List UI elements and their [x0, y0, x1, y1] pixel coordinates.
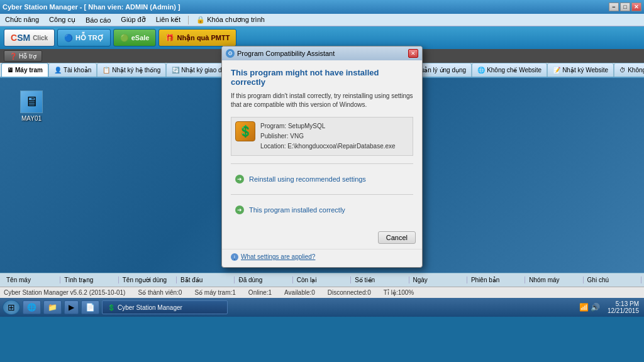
info-icon: i — [231, 253, 238, 261]
tab-khongchethoigian-icon: ⏱ — [619, 67, 626, 74]
hotro-label: HỖ TRỢ — [75, 34, 104, 42]
tab-nhatkyweb-icon: 📝 — [553, 67, 560, 74]
taskbar-app-label: Cyber Station Manager — [118, 304, 182, 311]
menu-chucnang[interactable]: Chức năng — [3, 14, 42, 25]
tab-khongchewebsite-label: Không chế Website — [487, 67, 541, 74]
taskbar-tray: 📶 🔊 — [577, 303, 602, 312]
tab-nhatkyhethong-label: Nhật ký hệ thống — [112, 67, 160, 74]
title-bar-controls: − □ ✕ — [609, 3, 641, 11]
csm-click-label: Click — [33, 35, 48, 41]
hotro-icon: 🔵 — [64, 34, 73, 42]
status-col-tennguoidung: Tên người dùng — [119, 277, 177, 283]
disconnected-status: Disconnected:0 — [328, 289, 371, 296]
tab-nhatkyhethong[interactable]: 📋 Nhật ký hệ thống — [97, 63, 166, 77]
status-col-ghichu: Ghi chú — [584, 277, 641, 283]
dialog-divider-1 — [231, 163, 413, 164]
status-col-sotien: Số tiền — [351, 277, 409, 283]
dialog-link-area: i What settings are applied? — [222, 249, 422, 267]
taskbar-folder-button[interactable]: 📁 — [43, 300, 62, 314]
tray-volume-icon[interactable]: 🔊 — [591, 303, 600, 312]
dialog-title-text: Program Compatibility Assistant — [237, 50, 335, 57]
tab-nhatkyweb[interactable]: 📝 Nhật ký Website — [547, 63, 614, 77]
close-button[interactable]: ✕ — [631, 3, 641, 11]
dialog-header: This program might not have installed co… — [231, 68, 413, 87]
option2-label: This program installed correctly — [249, 206, 345, 214]
online-status: Online:1 — [248, 289, 272, 296]
support-button[interactable]: ❓ Hỗ trợ — [4, 50, 42, 62]
taskbar-notepad-button[interactable]: 📄 — [81, 300, 99, 314]
esale-label: eSale — [131, 34, 150, 41]
program-name: Program: SetupMySQL — [260, 121, 396, 131]
menu-lienkiet[interactable]: Liên kết — [153, 14, 183, 25]
tab-maytram[interactable]: 🖥 Máy tram — [1, 63, 48, 77]
dialog-title-left: ⚙ Program Compatibility Assistant — [226, 49, 335, 58]
title-bar: Cyber Station Manager - [ Nhan vien: ADM… — [0, 0, 644, 14]
program-icon: 💲 — [235, 121, 255, 141]
dialog-divider-2 — [231, 194, 413, 195]
option-arrow-1: ➜ — [235, 175, 244, 184]
csm-button[interactable]: CSM Click — [4, 29, 55, 47]
csm-logo: CSM — [11, 33, 30, 43]
option1-label: Reinstall using recommended settings — [249, 175, 366, 183]
dialog-title-icon: ⚙ — [226, 49, 235, 58]
tab-taikhoan[interactable]: 👤 Tài khoản — [48, 63, 97, 77]
tab-taikhoan-icon: 👤 — [54, 67, 62, 74]
tab-khongchewebsite[interactable]: 🌐 Không chế Website — [472, 63, 547, 77]
dialog-close-button[interactable]: ✕ — [408, 49, 418, 58]
tab-khongchewebsite-icon: 🌐 — [477, 67, 485, 74]
ti-le: Tỉ lệ:100% — [384, 289, 414, 296]
status-col-conlai: Còn lại — [293, 277, 351, 283]
nhanqua-button[interactable]: 🎁 Nhận quà PMTT — [158, 29, 236, 47]
menu-separator — [188, 16, 189, 25]
status-col-batdau: Bắt đầu — [177, 277, 235, 283]
dialog-description: If this program didn't install correctly… — [231, 92, 413, 109]
menu-khoachuongtrinh[interactable]: 🔒 Khóa chương trình — [194, 14, 267, 25]
status-col-ngay: Ngày — [409, 277, 467, 283]
link-text: What settings are applied? — [241, 253, 315, 260]
menu-giupdo[interactable]: Giúp đỡ — [118, 14, 148, 25]
dialog-overlay: ⚙ Program Compatibility Assistant ✕ This… — [0, 78, 644, 273]
hotro-button[interactable]: 🔵 HỖ TRỢ — [57, 29, 111, 47]
so-thanh-vien: Số thành viên:0 — [138, 289, 182, 296]
status-col-dadung: Đã dùng — [235, 277, 292, 283]
dialog-content: This program might not have installed co… — [222, 60, 422, 228]
bottom-status-bar: Cyber Station Manager v5.6.2 (2015-10-01… — [0, 287, 644, 298]
taskbar-media-button[interactable]: ▶ — [64, 300, 79, 314]
what-settings-link[interactable]: i What settings are applied? — [231, 253, 413, 261]
support-icon: ❓ — [9, 53, 17, 60]
tray-network-icon[interactable]: 📶 — [579, 303, 589, 312]
esale-button[interactable]: 🟢 eSale — [113, 29, 157, 47]
maximize-button[interactable]: □ — [620, 3, 630, 11]
tab-nhatkygiaodich-icon: 🔄 — [172, 67, 179, 74]
support-label: Hỗ trợ — [19, 53, 36, 60]
menu-baocao[interactable]: Báo cáo — [83, 15, 113, 25]
so-may-tram: Số máy tram:1 — [194, 289, 235, 296]
menu-congthu[interactable]: Công cụ — [47, 14, 78, 25]
dialog-option-correct[interactable]: ➜ This program installed correctly — [231, 200, 413, 220]
tab-maytram-icon: 🖥 — [7, 67, 13, 74]
dialog-footer: Cancel — [222, 228, 422, 249]
esale-icon: 🟢 — [120, 34, 129, 42]
version-label: Cyber Station Manager v5.6.2 (2015-10-01… — [4, 289, 125, 296]
cancel-button[interactable]: Cancel — [378, 231, 416, 244]
dialog-program-info: 💲 Program: SetupMySQL Publisher: VNG Loc… — [231, 117, 413, 156]
minimize-button[interactable]: − — [609, 3, 619, 11]
menu-bar: Chức năng Công cụ Báo cáo Giúp đỡ Liên k… — [0, 14, 644, 26]
start-button[interactable]: ⊞ — [3, 300, 20, 315]
dialog-option-reinstall[interactable]: ➜ Reinstall using recommended settings — [231, 169, 413, 189]
tab-nhatkyhethong-icon: 📋 — [103, 67, 110, 74]
program-details: Program: SetupMySQL Publisher: VNG Locat… — [260, 121, 396, 151]
compatibility-dialog: ⚙ Program Compatibility Assistant ✕ This… — [221, 46, 423, 268]
status-col-phienban: Phiên bản — [467, 277, 525, 283]
taskbar-ie-button[interactable]: 🌐 — [23, 300, 41, 314]
tab-khongchethoigian-label: Không chế thời gian — [628, 67, 644, 74]
dollar-icon: 💲 — [238, 124, 252, 138]
taskbar-clock[interactable]: 5:13 PM 12/21/2015 — [605, 300, 641, 314]
status-bar: Tên máy Tình trạng Tên người dùng Bắt đầ… — [0, 273, 644, 287]
dialog-title-bar: ⚙ Program Compatibility Assistant ✕ — [222, 47, 422, 60]
taskbar-app-csm[interactable]: 💲 Cyber Station Manager — [102, 300, 228, 314]
tab-maytram-label: Máy tram — [15, 67, 43, 74]
tab-khongchethoigian[interactable]: ⏱ Không chế thời gian — [614, 63, 644, 77]
location: Location: E:\khongduocxoa\RepairDatabase… — [260, 141, 396, 151]
title-bar-text: Cyber Station Manager - [ Nhan vien: ADM… — [3, 3, 180, 11]
